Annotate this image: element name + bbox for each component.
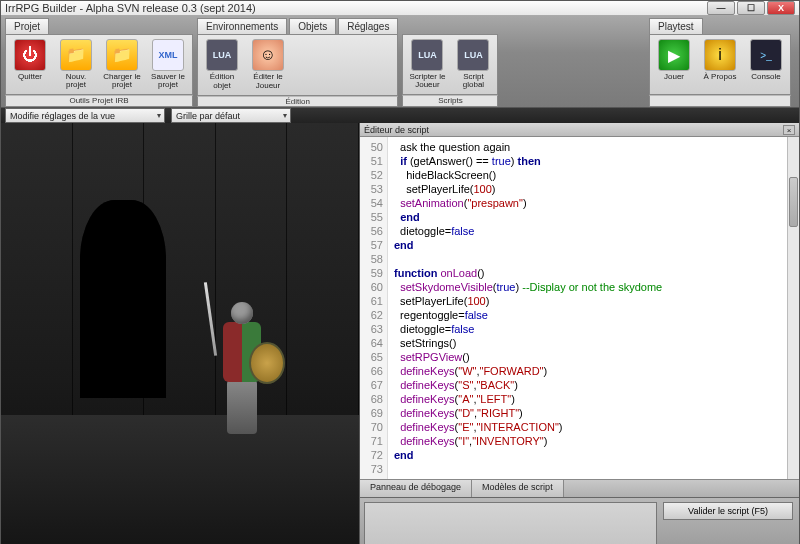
vertical-scrollbar[interactable] xyxy=(787,137,799,479)
grid-dropdown[interactable]: Grille par défaut xyxy=(171,108,291,123)
ribbon-group-scripts: LUAScripter le JoueurLUAScript global Sc… xyxy=(402,18,498,107)
code-content[interactable]: ask the question again if (getAnswer() =… xyxy=(388,137,787,479)
edition-btn-icon-0: LUA xyxy=(206,39,238,71)
ribbon-footer-edition: Édition xyxy=(197,96,398,107)
projet-btn-3[interactable]: XMLSauver le projet xyxy=(148,39,188,91)
window-title: IrrRPG Builder - Alpha SVN release 0.3 (… xyxy=(5,2,256,14)
projet-btn-1[interactable]: 📁Nouv. projet xyxy=(56,39,96,91)
player-character xyxy=(201,286,281,466)
playtest-btn-icon-2: >_ xyxy=(750,39,782,71)
ribbon-group-playtest: Playtest ▶JoueriÀ Propos>_Console xyxy=(649,18,791,107)
edition-btn-0[interactable]: LUAÉdition objet xyxy=(202,39,242,91)
debug-console[interactable] xyxy=(364,502,657,544)
scripts-btn-icon-1: LUA xyxy=(457,39,489,71)
code-area[interactable]: 50 51 52 53 54 55 56 57 58 59 60 61 62 6… xyxy=(360,137,799,479)
playtest-btn-2[interactable]: >_Console xyxy=(746,39,786,90)
playtest-btn-icon-1: i xyxy=(704,39,736,71)
scripts-btn-1[interactable]: LUAScript global xyxy=(453,39,493,91)
scripts-btn-0[interactable]: LUAScripter le Joueur xyxy=(407,39,447,91)
tab-env-0[interactable]: Environnements xyxy=(197,18,287,34)
projet-btn-icon-2: 📁 xyxy=(106,39,138,71)
ribbon-group-edition: EnvironnementsObjetsRéglages LUAÉdition … xyxy=(197,18,398,107)
editor-tab-1[interactable]: Modèles de script xyxy=(472,480,564,497)
editor-tab-0[interactable]: Panneau de débogage xyxy=(360,480,472,497)
edition-btn-1[interactable]: ☺Éditer le Joueur xyxy=(248,39,288,91)
projet-btn-0[interactable]: ⏻Quitter xyxy=(10,39,50,91)
tab-projet[interactable]: Projet xyxy=(5,18,49,34)
validate-script-button[interactable]: Valider le script (F5) xyxy=(663,502,793,520)
close-button[interactable]: X xyxy=(767,1,795,15)
maximize-button[interactable]: ☐ xyxy=(737,1,765,15)
dropdown-bar: Modifie réglages de la vue Grille par dé… xyxy=(1,108,799,123)
scripts-btn-icon-0: LUA xyxy=(411,39,443,71)
ribbon-footer-scripts: Scripts xyxy=(402,95,498,107)
playtest-btn-0[interactable]: ▶Jouer xyxy=(654,39,694,90)
main-area: Éditeur de script × 50 51 52 53 54 55 56… xyxy=(1,123,799,544)
ribbon-group-projet: Projet ⏻Quitter📁Nouv. projet📁Charger le … xyxy=(5,18,193,107)
ribbon: Projet ⏻Quitter📁Nouv. projet📁Charger le … xyxy=(1,16,799,108)
projet-btn-icon-3: XML xyxy=(152,39,184,71)
projet-btn-icon-0: ⏻ xyxy=(14,39,46,71)
script-editor-panel: Éditeur de script × 50 51 52 53 54 55 56… xyxy=(359,123,799,544)
tab-env-1[interactable]: Objets xyxy=(289,18,336,34)
app-window: IrrRPG Builder - Alpha SVN release 0.3 (… xyxy=(0,0,800,544)
ribbon-footer-projet: Outils Projet IRB xyxy=(5,95,193,107)
titlebar: IrrRPG Builder - Alpha SVN release 0.3 (… xyxy=(1,1,799,16)
playtest-btn-1[interactable]: iÀ Propos xyxy=(700,39,740,90)
scrollbar-thumb[interactable] xyxy=(789,177,798,227)
projet-btn-2[interactable]: 📁Charger le projet xyxy=(102,39,142,91)
view-settings-dropdown[interactable]: Modifie réglages de la vue xyxy=(5,108,165,123)
tab-playtest[interactable]: Playtest xyxy=(649,18,703,34)
editor-title: Éditeur de script xyxy=(364,125,429,135)
playtest-btn-icon-0: ▶ xyxy=(658,39,690,71)
projet-btn-icon-1: 📁 xyxy=(60,39,92,71)
editor-bottom-tabs: Panneau de débogageModèles de script xyxy=(360,479,799,497)
editor-close-icon[interactable]: × xyxy=(783,125,795,135)
minimize-button[interactable]: — xyxy=(707,1,735,15)
edition-btn-icon-1: ☺ xyxy=(252,39,284,71)
line-gutter: 50 51 52 53 54 55 56 57 58 59 60 61 62 6… xyxy=(360,137,388,479)
3d-viewport[interactable] xyxy=(1,123,359,544)
tab-env-2[interactable]: Réglages xyxy=(338,18,398,34)
